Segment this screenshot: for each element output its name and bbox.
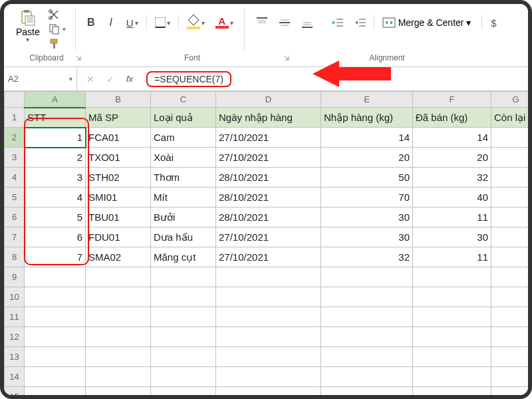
cell[interactable]: STH02 xyxy=(86,168,151,188)
cell[interactable]: 11 xyxy=(413,247,491,267)
cell[interactable] xyxy=(491,267,529,287)
cell[interactable]: Dưa hấu xyxy=(151,227,216,247)
cell[interactable] xyxy=(151,307,216,327)
cell[interactable]: FDU01 xyxy=(86,227,151,247)
cut-button[interactable] xyxy=(47,8,67,21)
cell[interactable] xyxy=(413,327,491,347)
cell[interactable]: 11 xyxy=(413,207,491,227)
cell[interactable] xyxy=(151,327,216,347)
underline-button[interactable]: U▾ xyxy=(124,14,141,31)
merge-center-button[interactable]: Merge & Center ▾ xyxy=(378,16,475,29)
cell[interactable] xyxy=(413,347,491,367)
row-header[interactable]: 7 xyxy=(5,227,25,247)
cell[interactable]: 27/10/2021 xyxy=(216,227,321,247)
fx-button[interactable]: fx xyxy=(121,71,138,86)
row-header[interactable]: 12 xyxy=(5,327,25,347)
cell[interactable] xyxy=(151,267,216,287)
cell[interactable]: Cam xyxy=(151,128,216,148)
cell[interactable]: Mã SP xyxy=(86,108,151,128)
row-header[interactable]: 9 xyxy=(5,267,25,287)
cell[interactable]: 50 xyxy=(321,168,413,188)
cell[interactable] xyxy=(491,207,529,227)
row-header[interactable]: 14 xyxy=(5,367,25,387)
cell[interactable] xyxy=(491,347,529,367)
cell[interactable] xyxy=(25,327,86,347)
cell[interactable]: 6 xyxy=(25,227,86,247)
cell[interactable] xyxy=(413,307,491,327)
row-header[interactable]: 4 xyxy=(5,168,25,188)
cell[interactable] xyxy=(491,367,529,387)
format-painter-button[interactable] xyxy=(47,37,67,51)
chevron-down-icon[interactable]: ▾ xyxy=(69,75,72,82)
row-header[interactable]: 6 xyxy=(5,207,25,227)
cell[interactable] xyxy=(491,327,529,347)
cell[interactable] xyxy=(321,387,413,398)
bold-button[interactable]: B xyxy=(84,14,98,31)
cell[interactable] xyxy=(491,307,529,327)
cell[interactable]: Thơm xyxy=(151,168,216,188)
cell[interactable]: 32 xyxy=(413,168,491,188)
col-header-E[interactable]: E xyxy=(321,92,413,108)
cell[interactable] xyxy=(86,307,151,327)
cell[interactable] xyxy=(151,287,216,307)
cell[interactable] xyxy=(86,267,151,287)
cell[interactable]: Nhập hàng (kg) xyxy=(321,108,413,128)
cell[interactable]: Còn lại (kg) xyxy=(491,108,529,128)
cell[interactable]: 30 xyxy=(321,227,413,247)
cell[interactable] xyxy=(216,367,321,387)
cell[interactable] xyxy=(25,287,86,307)
cell[interactable]: 27/10/2021 xyxy=(216,247,321,267)
cell[interactable]: 28/10/2021 xyxy=(216,207,321,227)
cell[interactable] xyxy=(25,307,86,327)
cell[interactable] xyxy=(491,188,529,207)
cell[interactable] xyxy=(413,287,491,307)
cell[interactable]: 32 xyxy=(321,247,413,267)
cell[interactable]: 2 xyxy=(25,148,86,168)
cell[interactable]: FCA01 xyxy=(86,128,151,148)
decrease-indent-button[interactable] xyxy=(329,14,347,31)
cell[interactable]: 7 xyxy=(25,247,86,267)
cell[interactable] xyxy=(86,387,151,398)
col-header-F[interactable]: F xyxy=(413,92,491,108)
cell[interactable] xyxy=(491,227,529,247)
col-header-B[interactable]: B xyxy=(86,92,151,108)
cell[interactable]: 20 xyxy=(413,148,491,168)
increase-indent-button[interactable] xyxy=(351,14,370,31)
cell[interactable] xyxy=(151,387,216,398)
cell[interactable] xyxy=(25,267,86,287)
col-header-C[interactable]: C xyxy=(151,92,216,108)
cell[interactable] xyxy=(216,267,321,287)
cell[interactable]: 70 xyxy=(321,188,413,207)
cell[interactable] xyxy=(86,367,151,387)
cell[interactable] xyxy=(491,247,529,267)
cell[interactable]: SMI01 xyxy=(86,188,151,207)
row-header[interactable]: 3 xyxy=(5,148,25,168)
cell[interactable]: 27/10/2021 xyxy=(216,148,321,168)
row-header[interactable]: 8 xyxy=(5,247,25,267)
cell[interactable] xyxy=(216,347,321,367)
formula-input[interactable]: =SEQUENCE(7) xyxy=(146,71,231,87)
cell[interactable]: 30 xyxy=(413,227,491,247)
cell[interactable] xyxy=(25,347,86,367)
cell[interactable]: 14 xyxy=(321,128,413,148)
paste-button[interactable]: Paste ▾ xyxy=(13,8,43,45)
row-header[interactable]: 13 xyxy=(5,347,25,367)
col-header-A[interactable]: A xyxy=(25,92,86,108)
cell[interactable] xyxy=(491,148,529,168)
cell[interactable] xyxy=(321,267,413,287)
cell[interactable] xyxy=(491,287,529,307)
cell[interactable]: TBU01 xyxy=(86,207,151,227)
cell[interactable] xyxy=(321,367,413,387)
cell[interactable] xyxy=(151,347,216,367)
cell[interactable]: 40 xyxy=(413,188,491,207)
cell[interactable] xyxy=(216,287,321,307)
cell[interactable] xyxy=(413,367,491,387)
font-color-button[interactable]: A ▾ xyxy=(213,14,236,31)
cell[interactable]: Măng cụt xyxy=(151,247,216,267)
row-header[interactable]: 1 xyxy=(5,108,25,128)
cell[interactable] xyxy=(86,347,151,367)
cell[interactable]: 30 xyxy=(321,207,413,227)
cell[interactable]: 3 xyxy=(25,168,86,188)
cell[interactable] xyxy=(491,168,529,188)
cell[interactable] xyxy=(321,307,413,327)
